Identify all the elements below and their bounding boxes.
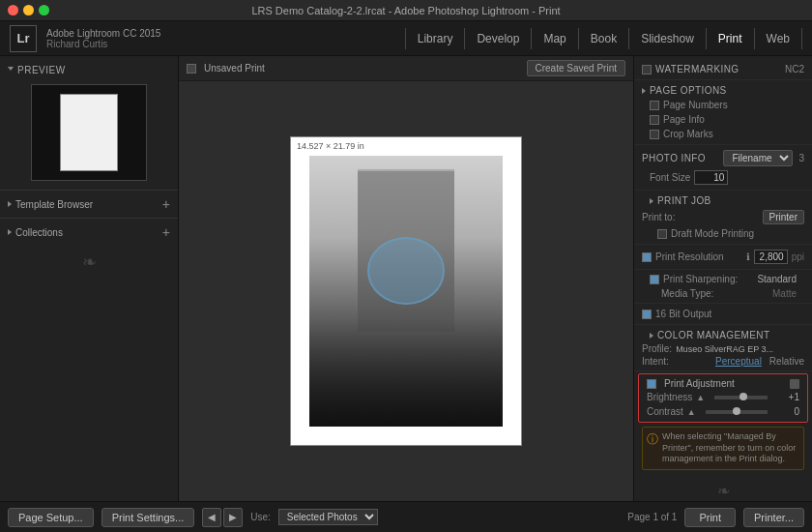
- print-adj-collapse[interactable]: [790, 379, 799, 389]
- photo-preview: [309, 156, 503, 427]
- sharpening-checkbox[interactable]: [650, 275, 659, 284]
- watermarking-label: Watermarking: [655, 64, 739, 74]
- print-area: 14.527 × 21.79 in: [179, 81, 633, 501]
- collections-add[interactable]: +: [162, 225, 170, 239]
- collections-header[interactable]: Collections +: [0, 222, 178, 242]
- maximize-button[interactable]: [39, 5, 49, 15]
- intent-row: Intent: Perceptual Relative: [642, 355, 804, 368]
- watermarking-header: Watermarking NC2: [634, 62, 812, 76]
- printer-button[interactable]: Printer...: [743, 508, 804, 527]
- nav-slideshow[interactable]: Slideshow: [629, 28, 707, 49]
- contrast-value: 0: [775, 406, 799, 417]
- right-decorative: ❧: [634, 474, 812, 501]
- print-canvas: 14.527 × 21.79 in: [290, 136, 522, 446]
- navbar: Lr Adobe Lightroom CC 2015 Richard Curti…: [0, 21, 812, 56]
- print-button[interactable]: Print: [684, 508, 736, 527]
- intent-label: Intent:: [642, 356, 669, 367]
- crop-marks-row: Crop Marks: [634, 127, 812, 141]
- brightness-slider[interactable]: [714, 396, 768, 399]
- sharpening-row: Print Sharpening: Standard: [642, 272, 804, 286]
- page-numbers-row: Page Numbers: [634, 98, 812, 112]
- window-title: LRS Demo Catalog-2-2.lrcat - Adobe Photo…: [251, 5, 560, 16]
- nav-web[interactable]: Web: [755, 28, 802, 49]
- print-adjustment-section: Print Adjustment Brightness ▲ +1 Contras…: [638, 373, 808, 423]
- color-mgmt-label: Color Management: [657, 330, 769, 340]
- contrast-label: Contrast: [647, 406, 683, 417]
- toolbar-checkbox[interactable]: [187, 64, 196, 74]
- font-size-input[interactable]: [694, 170, 728, 185]
- photo-branches-element: [309, 318, 503, 427]
- print-to-label: Print to:: [642, 212, 675, 222]
- warning-text: When selecting "Managed By Printer", rem…: [662, 431, 799, 465]
- use-label: Use:: [250, 512, 271, 522]
- print-job-section: Print Job Print to: Printer Draft Mode P…: [634, 191, 812, 245]
- color-management-section: Color Management Profile: Museo SilverRA…: [634, 325, 812, 371]
- contrast-row: Contrast ▲ 0: [647, 404, 799, 419]
- nav-develop[interactable]: Develop: [465, 28, 532, 49]
- crop-marks-checkbox[interactable]: [650, 130, 659, 139]
- page-info-checkbox[interactable]: [650, 115, 659, 125]
- page-numbers-label: Page Numbers: [663, 100, 728, 110]
- bottombar: Page Setup... Print Settings... ◀ ▶ Use:…: [0, 501, 812, 532]
- print-job-toggle-icon: [650, 198, 653, 204]
- draft-mode-row: Draft Mode Printing: [642, 226, 804, 241]
- intent-perceptual[interactable]: Perceptual: [715, 356, 762, 367]
- brightness-thumb: [740, 393, 747, 400]
- font-size-label: Font Size: [650, 172, 690, 183]
- nav-book[interactable]: Book: [579, 28, 629, 49]
- resolution-unit: ppi: [792, 251, 804, 262]
- crop-marks-label: Crop Marks: [663, 129, 713, 139]
- brightness-label: Brightness: [647, 392, 692, 402]
- preview-header[interactable]: Preview: [0, 61, 178, 79]
- page-numbers-checkbox[interactable]: [650, 101, 659, 110]
- print-adj-header: Print Adjustment: [647, 377, 799, 390]
- nav-arrows: ◀ ▶: [202, 508, 243, 527]
- template-browser-label: Template Browser: [15, 199, 93, 210]
- decorative-swirl: ❧: [0, 242, 178, 282]
- bit-depth-checkbox[interactable]: [642, 310, 652, 319]
- bit-depth-section: 16 Bit Output: [634, 304, 812, 325]
- print-to-button[interactable]: Printer: [763, 210, 804, 224]
- page-options-label: Page Options: [650, 85, 727, 96]
- use-select[interactable]: Selected Photos: [278, 509, 378, 525]
- create-saved-button[interactable]: Create Saved Print: [527, 60, 626, 76]
- watermarking-checkbox[interactable]: [642, 65, 652, 74]
- close-button[interactable]: [8, 5, 18, 15]
- next-arrow[interactable]: ▶: [223, 508, 243, 527]
- resolution-input[interactable]: [754, 250, 788, 264]
- font-size-row: Font Size: [634, 168, 812, 187]
- preview-toggle-icon: [8, 67, 14, 74]
- prev-arrow[interactable]: ◀: [202, 508, 221, 527]
- minimize-button[interactable]: [23, 5, 34, 15]
- photo-info-label: Photo Info: [642, 153, 706, 163]
- watermarking-section: Watermarking NC2: [634, 59, 812, 80]
- photo-info-select[interactable]: Filename: [723, 150, 793, 166]
- app-info: Adobe Lightroom CC 2015 Richard Curtis: [46, 28, 160, 49]
- template-browser-add[interactable]: +: [162, 197, 170, 211]
- template-browser-header[interactable]: Template Browser +: [0, 194, 178, 214]
- nav-map[interactable]: Map: [532, 28, 578, 49]
- left-panel: Preview Template Browser + Collections +…: [0, 56, 179, 501]
- sharpening-section: Print Sharpening: Standard Media Type: M…: [634, 270, 812, 304]
- draft-mode-checkbox[interactable]: [657, 229, 667, 239]
- intent-relative[interactable]: Relative: [769, 356, 804, 367]
- print-settings-button[interactable]: Print Settings...: [102, 508, 195, 527]
- titlebar: LRS Demo Catalog-2-2.lrcat - Adobe Photo…: [0, 0, 812, 21]
- nav-library[interactable]: Library: [405, 28, 466, 49]
- page-setup-button[interactable]: Page Setup...: [8, 508, 94, 527]
- nav-print[interactable]: Print: [707, 28, 755, 49]
- page-info: Page 1 of 1: [627, 512, 677, 522]
- intent-options: Perceptual Relative: [715, 356, 804, 367]
- warning-icon: ⓘ: [647, 431, 658, 448]
- print-job-header: Print Job: [642, 193, 804, 208]
- page-options-header[interactable]: Page Options: [634, 83, 812, 98]
- photo-info-section: Photo Info Filename 3 Font Size: [634, 145, 812, 191]
- watermarking-value: NC2: [785, 64, 804, 74]
- resolution-row: Print Resolution ℹ ppi: [634, 248, 812, 266]
- profile-label: Profile:: [642, 343, 672, 354]
- resolution-checkbox[interactable]: [642, 252, 652, 262]
- right-panel: Watermarking NC2 Page Options Page Numbe…: [633, 56, 812, 501]
- page-info-label: Page Info: [663, 114, 705, 125]
- contrast-slider[interactable]: [706, 410, 768, 414]
- print-adj-checkbox[interactable]: [647, 379, 656, 389]
